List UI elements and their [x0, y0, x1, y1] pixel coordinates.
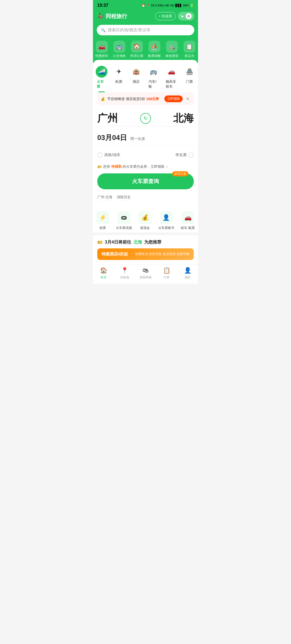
- highspeed-radio[interactable]: [97, 152, 103, 158]
- bottom-nav-mall[interactable]: 🛍 里程商城: [137, 267, 154, 279]
- hotel-promo-left-text: 特惠酒店6折起: [102, 252, 128, 257]
- search-bar[interactable]: 🔍 搜索目的地/酒店/景点等: [97, 25, 194, 35]
- hotel-promo-right-text: 免费取消 房型升级 延迟退房 免费早餐: [135, 252, 189, 256]
- mall-nav-icon: 🛍: [142, 267, 149, 274]
- orders-nav-icon: 📋: [163, 267, 170, 274]
- cashback-icon: 💰: [138, 211, 151, 224]
- student-radio[interactable]: [188, 152, 194, 158]
- profile-nav-icon: 👤: [184, 267, 191, 274]
- swap-icon: ↻: [144, 115, 148, 121]
- booking-card: 💰 节后错峰游 酒店低至5折 188元券 立即领取 ✕ 广州 ↻ 北海 03月0…: [93, 93, 198, 209]
- student-option[interactable]: 学生票: [175, 152, 194, 158]
- bottom-nav-profile[interactable]: 👤 我的: [179, 267, 196, 279]
- bottom-nav-orders[interactable]: 📋 订单: [158, 267, 175, 279]
- camera-icon: ⊙: [186, 13, 192, 19]
- carpooling-label: 特惠拼车: [95, 54, 108, 58]
- carpooling-icon: 🚗: [96, 41, 108, 53]
- header-buttons: + 加桌面 ➤ ⊙: [155, 12, 194, 20]
- grab-ticket-icon: ⚡: [96, 211, 109, 224]
- departure-city[interactable]: 广州: [97, 111, 118, 125]
- main-area: 🚄 火车票 ✈ 机票 🏨 酒店 🚌 汽车/船 🚗 顺风车租车 🏯 门票 💰: [93, 60, 198, 264]
- cruise-label: 船票游船: [148, 54, 161, 58]
- status-icons: ⏰ 📍 54.2 KB/s HD 5G ▋▋▋ WiFi 🔋: [141, 4, 194, 7]
- home-nav-label: 首页: [101, 275, 106, 279]
- nav-item-carpooling[interactable]: 🚗 特惠拼车: [94, 41, 109, 58]
- tab-bus[interactable]: 🚌 汽车/船: [145, 64, 162, 92]
- search-button-wrap: 火车票查询 春节订票: [97, 173, 194, 189]
- location-icon: 📍: [146, 4, 150, 7]
- transport-tabs: 🚄 火车票 ✈ 机票 🏨 酒店 🚌 汽车/船 🚗 顺风车租车 🏯 门票: [93, 60, 198, 92]
- rideshare-icon: 🚗: [165, 66, 177, 78]
- swap-cities-button[interactable]: ↻: [140, 113, 151, 124]
- battery-icon: 🔋: [190, 4, 194, 7]
- clear-history-button[interactable]: 清除历史: [117, 195, 131, 200]
- recommend-text-before: 3月4日将前往: [105, 239, 131, 245]
- nav-item-homestay[interactable]: 🏠 民宿公寓: [129, 41, 144, 58]
- transit-icon: 🚌: [113, 41, 125, 53]
- nav-item-visa[interactable]: 📋 签证办: [182, 41, 197, 58]
- ticket-discount-icon: 🎟: [117, 211, 130, 224]
- promo-close-button[interactable]: ✕: [185, 96, 190, 101]
- coupon-icon: 🎫: [97, 165, 102, 169]
- promo-claim-button[interactable]: 立即领取: [164, 95, 183, 102]
- logo[interactable]: 🦆 同程旅行: [97, 13, 127, 20]
- header: 🦆 同程旅行 + 加桌面 ➤ ⊙: [93, 10, 198, 24]
- rental-icon: 🚗: [181, 211, 194, 224]
- cashback-label: 返现金: [140, 226, 150, 230]
- bottom-nav-destination[interactable]: 📍 目的地: [116, 267, 133, 279]
- tab-bus-label: 汽车/船: [148, 79, 158, 89]
- quick-ticket-discount[interactable]: 🎟 火车票优惠: [116, 211, 132, 230]
- coupon-arrow-icon: ›: [166, 165, 168, 169]
- add-desk-button[interactable]: + 加桌面: [155, 12, 176, 20]
- highspeed-label: 高铁/动车: [104, 153, 120, 157]
- quick-grab-ticket[interactable]: ⚡ 抢票: [96, 211, 109, 230]
- tab-hotel-label: 酒店: [133, 79, 140, 84]
- quick-account[interactable]: 👤 火车票账号: [158, 211, 174, 230]
- date-row[interactable]: 03月04日 周一出发: [97, 130, 194, 146]
- attraction-icon: 🏯: [183, 66, 195, 78]
- bottom-nav-home[interactable]: 🏠 首页: [95, 267, 112, 279]
- tab-flight-label: 机票: [115, 79, 122, 84]
- destination-city[interactable]: 北海: [173, 111, 194, 125]
- tab-rideshare-label: 顺风车租车: [166, 79, 177, 89]
- signal-icon: ▋▋▋: [175, 4, 182, 7]
- status-bar: 10:37 ⏰ 📍 54.2 KB/s HD 5G ▋▋▋ WiFi 🔋: [93, 0, 198, 10]
- network-speed: 54.2 KB/s: [151, 4, 164, 7]
- tab-ticket[interactable]: 🏯 门票: [181, 64, 198, 92]
- highspeed-option[interactable]: 高铁/动车: [97, 152, 120, 158]
- vacation-icon: ⛰️: [166, 41, 178, 53]
- tab-train[interactable]: 🚄 火车票: [93, 64, 110, 92]
- quick-cashback[interactable]: 💰 返现金: [138, 211, 151, 230]
- tab-hotel[interactable]: 🏨 酒店: [127, 64, 145, 92]
- train-icon: 🚄: [96, 66, 108, 78]
- travel-weekday: 周一出发: [130, 136, 145, 141]
- options-row: 高铁/动车 学生票: [97, 150, 194, 162]
- nav-item-cruise[interactable]: ⛵ 船票游船: [147, 41, 162, 58]
- homestay-icon: 🏠: [131, 41, 143, 53]
- quick-rental[interactable]: 🚗 租车·船票: [181, 211, 195, 230]
- bottom-nav: 🏠 首页 📍 目的地 🛍 里程商城 📋 订单 👤 我的: [93, 264, 198, 284]
- search-area: 🔍 搜索目的地/酒店/景点等: [93, 24, 198, 40]
- cruise-icon: ⛵: [148, 41, 160, 53]
- history-route-tag[interactable]: 广州-北海: [97, 195, 112, 200]
- search-input-placeholder: 搜索目的地/酒店/景点等: [108, 28, 150, 33]
- destination-nav-icon: 📍: [121, 267, 128, 274]
- flight-icon: ✈: [113, 66, 125, 78]
- wifi-icon: WiFi: [183, 4, 189, 7]
- route-row: 广州 ↻ 北海: [97, 109, 194, 126]
- tab-flight[interactable]: ✈ 机票: [110, 64, 127, 92]
- nav-item-transit[interactable]: 🚌 公交地铁: [112, 41, 127, 58]
- promo-banner[interactable]: 💰 节后错峰游 酒店低至5折 188元券 立即领取 ✕: [97, 93, 194, 105]
- quick-actions: ⚡ 抢票 🎟 火车票优惠 💰 返现金 👤 火车票账号 🚗 租车·船票: [93, 209, 198, 232]
- location-button[interactable]: ➤ ⊙: [178, 12, 194, 20]
- tab-ticket-label: 门票: [186, 79, 193, 84]
- nav-icons-row: 🚗 特惠拼车 🚌 公交地铁 🏠 民宿公寓 ⛵ 船票游船 ⛰️ 旅游度假 📋 签证…: [93, 40, 198, 63]
- tab-rideshare[interactable]: 🚗 顺风车租车: [162, 64, 181, 92]
- hotel-promo-banner[interactable]: 特惠酒店6折起 免费取消 房型升级 延迟退房 免费早餐: [97, 248, 194, 260]
- profile-nav-label: 我的: [185, 275, 190, 279]
- mall-nav-label: 里程商城: [140, 275, 151, 279]
- alarm-icon: ⏰: [141, 4, 145, 7]
- search-badge: 春节订票: [172, 171, 188, 176]
- nav-item-vacation[interactable]: ⛰️ 旅游度假: [164, 41, 179, 58]
- 5g-icon: 5G: [170, 4, 174, 7]
